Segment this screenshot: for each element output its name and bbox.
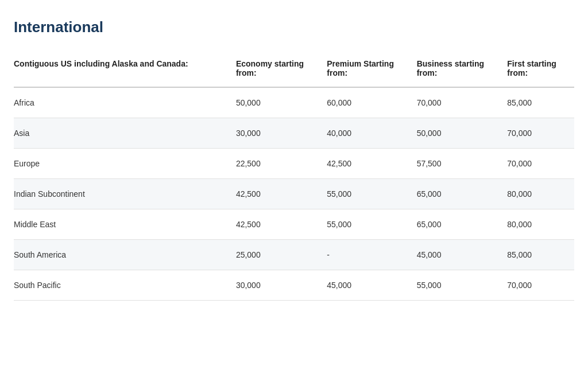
cell-destination: Indian Subcontinent [14,179,227,209]
cell-business: 55,000 [408,270,498,301]
table-row: South Pacific30,00045,00055,00070,000 [14,270,574,301]
page-title: International [14,18,574,36]
cell-economy: 30,000 [227,118,318,149]
cell-destination: Middle East [14,209,227,240]
cell-destination: South Pacific [14,270,227,301]
cell-first: 70,000 [498,118,574,149]
cell-economy: 42,500 [227,179,318,209]
cell-business: 65,000 [408,179,498,209]
header-economy: Economy starting from: [227,52,318,87]
table-row: Middle East42,50055,00065,00080,000 [14,209,574,240]
cell-premium: 42,500 [318,149,407,179]
cell-premium: 45,000 [318,270,407,301]
header-destination: Contiguous US including Alaska and Canad… [14,52,227,87]
cell-economy: 22,500 [227,149,318,179]
cell-business: 65,000 [408,209,498,240]
cell-economy: 42,500 [227,209,318,240]
cell-business: 45,000 [408,240,498,270]
table-header-row: Contiguous US including Alaska and Canad… [14,52,574,87]
header-premium: Premium Starting from: [318,52,407,87]
table-row: South America25,000-45,00085,000 [14,240,574,270]
table-row: Europe22,50042,50057,50070,000 [14,149,574,179]
cell-premium: 55,000 [318,209,407,240]
cell-premium: 60,000 [318,87,407,118]
cell-first: 70,000 [498,149,574,179]
cell-premium: 40,000 [318,118,407,149]
cell-first: 80,000 [498,209,574,240]
cell-premium: - [318,240,407,270]
header-first: First starting from: [498,52,574,87]
table-row: Indian Subcontinent42,50055,00065,00080,… [14,179,574,209]
cell-economy: 25,000 [227,240,318,270]
header-business: Business starting from: [408,52,498,87]
cell-economy: 30,000 [227,270,318,301]
table-row: Africa50,00060,00070,00085,000 [14,87,574,118]
cell-destination: South America [14,240,227,270]
cell-business: 50,000 [408,118,498,149]
cell-destination: Europe [14,149,227,179]
cell-business: 57,500 [408,149,498,179]
cell-first: 85,000 [498,240,574,270]
cell-destination: Africa [14,87,227,118]
cell-destination: Asia [14,118,227,149]
cell-first: 80,000 [498,179,574,209]
cell-first: 85,000 [498,87,574,118]
cell-first: 70,000 [498,270,574,301]
international-table: Contiguous US including Alaska and Canad… [14,52,574,301]
table-row: Asia30,00040,00050,00070,000 [14,118,574,149]
cell-premium: 55,000 [318,179,407,209]
cell-economy: 50,000 [227,87,318,118]
cell-business: 70,000 [408,87,498,118]
